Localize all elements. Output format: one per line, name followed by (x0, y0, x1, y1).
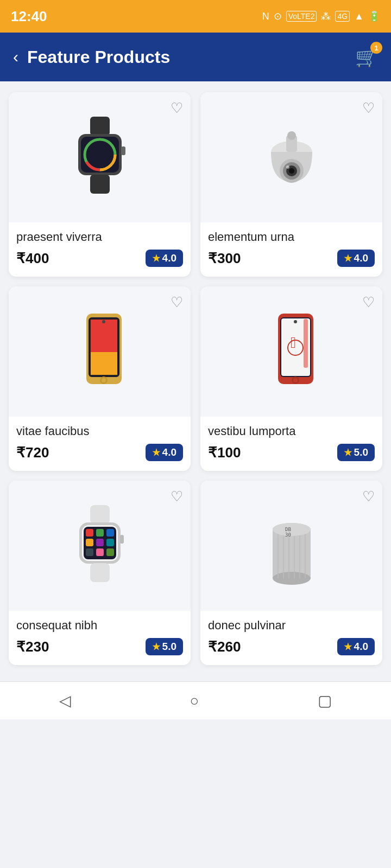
svg-rect-41 (96, 539, 104, 546)
rating-badge-6: ★ 4.0 (337, 638, 375, 655)
nav-recent-button[interactable]: ▢ (318, 692, 332, 710)
wishlist-button-6[interactable]: ♡ (362, 488, 375, 505)
product-card-6[interactable]: ♡ DB 30 donec pulvinar ₹260 (200, 481, 382, 665)
svg-rect-20 (91, 352, 117, 375)
product-card-5[interactable]: ♡ (9, 481, 191, 665)
wishlist-button-4[interactable]: ♡ (362, 294, 375, 311)
cart-badge: 1 (370, 42, 382, 54)
svg-rect-47 (90, 563, 110, 582)
lte-icon: VoLTE2 (286, 11, 317, 22)
status-time: 12:40 (11, 8, 47, 25)
product-image-wrap: ♡ (9, 286, 191, 417)
svg-rect-37 (86, 529, 93, 537)
svg-rect-46 (120, 535, 124, 544)
product-card-1[interactable]: ♡ praesent viverra ₹400 ★ (9, 92, 191, 277)
wifi-icon: ⊙ (274, 10, 282, 22)
svg-point-23 (102, 320, 105, 323)
product-bottom-5: ₹230 ★ 5.0 (16, 638, 183, 655)
svg-rect-44 (96, 548, 104, 556)
product-image-6: DB 30 (254, 502, 330, 589)
svg-rect-43 (86, 548, 93, 556)
product-bottom-3: ₹720 ★ 4.0 (16, 444, 183, 461)
svg-rect-7 (90, 175, 110, 194)
svg-rect-0 (90, 117, 110, 136)
product-price-4: ₹100 (208, 444, 241, 461)
wishlist-button-5[interactable]: ♡ (171, 488, 183, 505)
product-card-4[interactable]: ♡  vestibu lumporta ₹100 (200, 286, 382, 471)
product-grid: ♡ praesent viverra ₹400 ★ (0, 81, 391, 676)
star-icon-4: ★ (344, 447, 352, 458)
wishlist-button-1[interactable]: ♡ (171, 100, 183, 117)
cart-button[interactable]: 🛒 1 (355, 46, 378, 68)
page-title: Feature Products (27, 47, 170, 67)
bt-icon: ⁂ (321, 10, 331, 22)
product-image-wrap: ♡ (9, 481, 191, 611)
svg-rect-42 (106, 539, 114, 546)
product-name-5: consequat nibh (16, 618, 183, 633)
svg-rect-39 (106, 529, 114, 537)
rating-badge-4: ★ 5.0 (337, 444, 375, 461)
rating-badge-3: ★ 4.0 (146, 444, 183, 461)
svg-text:DB: DB (285, 527, 291, 532)
product-card-3[interactable]: ♡ vitae faucibus ₹720 ★ 4.0 (9, 286, 191, 471)
product-name-1: praesent viverra (16, 230, 183, 244)
nfc-icon: N (262, 11, 269, 22)
product-info-2: elementum urna ₹300 ★ 4.0 (200, 222, 382, 277)
svg-text::  (291, 334, 296, 351)
svg-rect-6 (121, 146, 125, 155)
app-header: ‹ Feature Products 🛒 1 (0, 33, 391, 81)
product-image-2 (254, 114, 330, 201)
product-bottom-6: ₹260 ★ 4.0 (208, 638, 375, 655)
product-bottom-2: ₹300 ★ 4.0 (208, 250, 375, 267)
svg-rect-45 (106, 548, 114, 556)
product-image-3 (62, 308, 138, 395)
product-bottom-4: ₹100 ★ 5.0 (208, 444, 375, 461)
product-name-2: elementum urna (208, 230, 375, 244)
product-name-3: vitae faucibus (16, 424, 183, 438)
product-card-2[interactable]: ♡ elementum urna ₹300 ★ 4.0 (200, 92, 382, 277)
star-icon-2: ★ (344, 253, 352, 264)
star-icon-6: ★ (344, 641, 352, 653)
svg-point-30 (293, 378, 298, 382)
rating-badge-2: ★ 4.0 (337, 250, 375, 267)
signal-icon: ▲ (354, 11, 364, 22)
product-info-6: donec pulvinar ₹260 ★ 4.0 (200, 611, 382, 665)
product-image-wrap: ♡ (9, 92, 191, 222)
nav-home-button[interactable]: ○ (190, 692, 199, 710)
svg-point-15 (287, 131, 296, 140)
product-image-wrap: ♡ DB 30 (200, 481, 382, 611)
product-bottom-1: ₹400 ★ 4.0 (16, 250, 183, 267)
status-icons: N ⊙ VoLTE2 ⁂ 4G ▲ 🔋 (262, 10, 380, 22)
svg-point-31 (294, 320, 297, 323)
wishlist-button-3[interactable]: ♡ (171, 294, 183, 311)
product-image-4:  (254, 308, 330, 395)
back-button[interactable]: ‹ (13, 48, 18, 66)
wishlist-button-2[interactable]: ♡ (362, 100, 375, 117)
product-price-3: ₹720 (16, 444, 49, 461)
svg-text:30: 30 (285, 532, 291, 538)
star-icon-3: ★ (152, 447, 160, 458)
rating-badge-1: ★ 4.0 (146, 250, 183, 267)
product-info-3: vitae faucibus ₹720 ★ 4.0 (9, 417, 191, 471)
nav-back-button[interactable]: ◁ (59, 692, 71, 710)
product-price-5: ₹230 (16, 639, 49, 655)
product-image-wrap: ♡ (200, 92, 382, 222)
star-icon-1: ★ (152, 253, 160, 264)
svg-rect-19 (91, 320, 117, 352)
product-price-1: ₹400 (16, 250, 49, 267)
status-bar: 12:40 N ⊙ VoLTE2 ⁂ 4G ▲ 🔋 (0, 0, 391, 33)
svg-rect-32 (304, 319, 308, 368)
product-name-6: donec pulvinar (208, 618, 375, 633)
svg-point-12 (289, 168, 294, 174)
product-image-5 (62, 502, 138, 589)
product-name-4: vestibu lumporta (208, 424, 375, 438)
svg-rect-38 (96, 529, 104, 537)
4g-icon: 4G (335, 11, 350, 22)
product-price-2: ₹300 (208, 250, 241, 267)
battery-icon: 🔋 (368, 10, 380, 22)
product-info-1: praesent viverra ₹400 ★ 4.0 (9, 222, 191, 277)
svg-rect-33 (90, 505, 110, 524)
product-info-5: consequat nibh ₹230 ★ 5.0 (9, 611, 191, 665)
product-info-4: vestibu lumporta ₹100 ★ 5.0 (200, 417, 382, 471)
product-image-1 (62, 114, 138, 201)
